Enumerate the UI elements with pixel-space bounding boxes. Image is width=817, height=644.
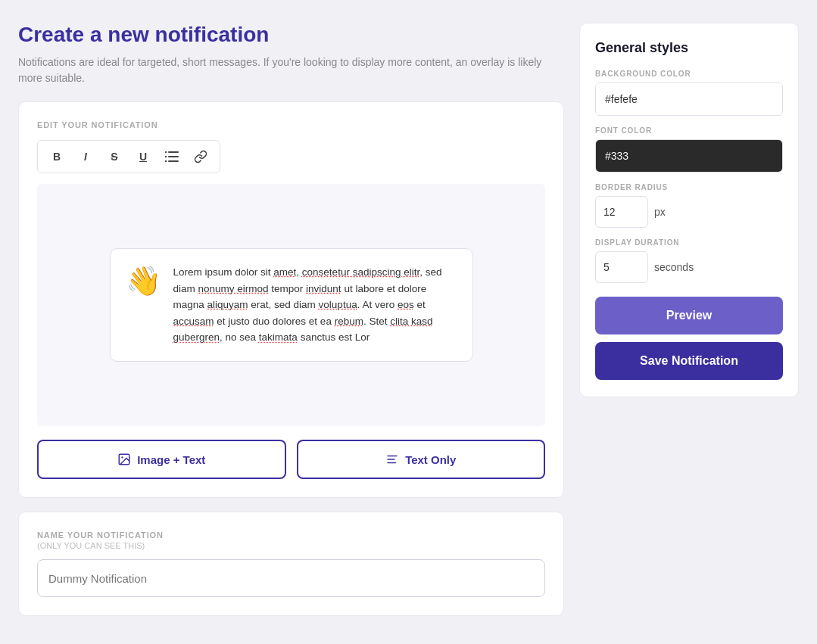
image-icon	[117, 453, 131, 466]
editor-section-label: EDIT YOUR NOTIFICATION	[37, 120, 545, 129]
link-icon	[194, 150, 207, 163]
svg-rect-10	[387, 462, 396, 464]
layout-buttons: Image + Text Text Only	[37, 440, 545, 479]
italic-button[interactable]: I	[73, 145, 98, 168]
font-color-input[interactable]	[596, 140, 782, 172]
page-title: Create a new notification	[18, 23, 564, 47]
page-subtitle: Notifications are ideal for targeted, sh…	[18, 54, 564, 86]
bg-color-label: BACKGROUND COLOR	[595, 70, 783, 78]
display-duration-label: DISPLAY DURATION	[595, 238, 783, 247]
right-panel: General styles BACKGROUND COLOR FONT COL…	[579, 23, 799, 397]
display-duration-row: seconds	[595, 251, 783, 283]
font-color-label: FONT COLOR	[595, 126, 783, 135]
bg-color-input[interactable]	[596, 83, 782, 115]
text-only-button[interactable]: Text Only	[297, 440, 546, 479]
svg-point-7	[121, 456, 123, 458]
bg-color-field[interactable]	[595, 82, 783, 116]
svg-point-4	[165, 156, 167, 157]
styles-title: General styles	[595, 40, 783, 56]
border-radius-label: BORDER RADIUS	[595, 183, 783, 191]
svg-rect-2	[168, 160, 179, 162]
font-color-field[interactable]	[595, 139, 783, 173]
image-text-button[interactable]: Image + Text	[37, 440, 286, 479]
main-panel: Create a new notification Notifications …	[18, 23, 564, 630]
list-icon	[165, 151, 179, 162]
preview-button[interactable]: Preview	[595, 297, 783, 334]
notification-preview: 👋 Lorem ipsum dolor sit amet, consetetur…	[110, 248, 473, 362]
svg-rect-1	[168, 156, 179, 157]
svg-point-3	[165, 151, 167, 153]
naming-sublabel: (ONLY YOU CAN SEE THIS)	[37, 541, 545, 550]
display-duration-input[interactable]	[595, 251, 648, 283]
underline-button[interactable]: U	[130, 145, 156, 168]
notification-emoji: 👋	[126, 264, 161, 297]
editor-area[interactable]: 👋 Lorem ipsum dolor sit amet, consetetur…	[37, 184, 545, 426]
naming-section-label: NAME YOUR NOTIFICATION	[37, 530, 545, 540]
styles-card: General styles BACKGROUND COLOR FONT COL…	[579, 23, 799, 397]
notification-text: Lorem ipsum dolor sit amet, consetetur s…	[173, 264, 457, 346]
text-only-icon	[385, 453, 399, 466]
editor-card: EDIT YOUR NOTIFICATION B I S U	[18, 101, 564, 498]
svg-rect-8	[387, 456, 398, 457]
display-duration-unit: seconds	[654, 261, 694, 273]
bold-button[interactable]: B	[44, 145, 70, 168]
editor-toolbar: B I S U	[37, 140, 220, 173]
svg-rect-0	[168, 151, 179, 153]
svg-point-5	[165, 160, 167, 162]
notification-name-input[interactable]	[37, 559, 545, 597]
link-button[interactable]	[188, 145, 214, 168]
naming-card: NAME YOUR NOTIFICATION (ONLY YOU CAN SEE…	[18, 512, 564, 616]
border-radius-input[interactable]	[595, 196, 648, 228]
strikethrough-button[interactable]: S	[101, 145, 127, 168]
list-button[interactable]	[159, 145, 185, 168]
border-radius-row: px	[595, 196, 783, 228]
svg-rect-9	[387, 459, 395, 460]
border-radius-unit: px	[654, 206, 666, 218]
save-notification-button[interactable]: Save Notification	[595, 342, 783, 380]
